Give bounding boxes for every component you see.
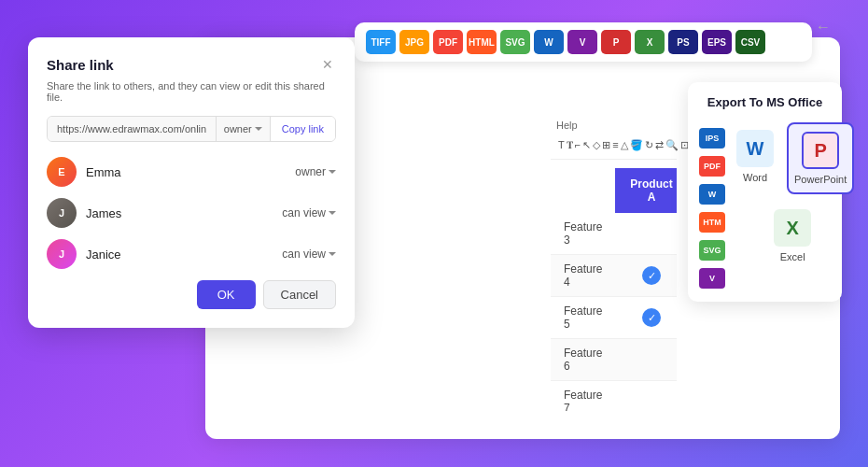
toolbar-fill-icon[interactable]: 🪣 [630,134,643,155]
format-vsd[interactable]: V [567,30,597,54]
word-icon: W [736,130,774,167]
user-name-janice: Janice [86,248,282,262]
user-role-james[interactable]: can view [282,206,336,219]
export-side-v[interactable]: V [699,268,725,289]
toolbar: T 𝐓 ⌐ ↖ ◇ ⊞ ≡ △ 🪣 ↻ ⇄ 🔍 ⊡ ✏ — 🔒 ⬜ ⊞ [551,131,677,160]
feature-cell [615,213,677,255]
user-name-emma: Emma [86,165,295,179]
format-pdf[interactable]: PDF [433,30,463,54]
format-eps[interactable]: EPS [702,30,732,54]
xls-label: Excel [780,251,805,262]
export-powerpoint[interactable]: P PowerPoint [787,122,854,194]
share-dialog-title: Share link [47,57,114,73]
format-word[interactable]: W [534,30,564,54]
ok-button[interactable]: OK [197,280,256,309]
format-ps[interactable]: PS [668,30,698,54]
user-name-james: James [86,206,282,220]
user-role-janice[interactable]: can view [282,248,336,261]
feature-name: Feature 4 [551,255,615,297]
export-left-icons: IPS PDF W HTM SVG V [699,122,725,289]
check-icon: ✓ [642,266,661,285]
export-layout: IPS PDF W HTM SVG V W Word P PowerPoint … [699,122,831,289]
avatar-janice: J [47,239,77,269]
feature-cell [615,381,677,412]
export-excel[interactable]: X Excel [768,202,817,270]
share-link-row: owner Copy link [47,116,336,142]
share-dialog-actions: OK Cancel [47,280,336,309]
format-svg[interactable]: SVG [500,30,530,54]
toolbar-flip-icon[interactable]: ⇄ [655,134,664,155]
toolbar-align-icon[interactable]: ≡ [612,134,618,155]
help-label: Help [556,120,578,131]
feature-name: Feature 3 [551,213,615,255]
role-chevron-icon [329,252,336,256]
format-ppt[interactable]: P [601,30,631,54]
copy-link-button[interactable]: Copy link [270,117,335,141]
toolbar-corner-icon[interactable]: ⌐ [575,134,581,155]
role-chevron-icon [255,127,262,131]
avatar-emma: E [47,157,77,187]
avatar-james: J [47,198,77,228]
toolbar-table-icon[interactable]: ⊞ [602,134,610,155]
xls-icon: X [774,209,811,247]
table-row: Feature 6✓ [551,339,677,381]
user-role-emma[interactable]: owner [295,165,336,178]
toolbar-rotate-icon[interactable]: ↻ [645,134,653,155]
feature-name: Feature 5 [551,297,615,339]
export-side-word[interactable]: W [699,184,725,205]
user-row-janice: J Janice can view [47,239,336,269]
format-csv[interactable]: CSV [735,30,765,54]
table-row: Feature 4✓✓✓ [551,255,677,297]
check-icon: ✓ [642,308,661,327]
toolbar-mountain-icon[interactable]: △ [621,134,628,155]
toolbar-zoom-icon[interactable]: 🔍 [665,134,679,155]
table-row: Feature 5✓✓✓ [551,297,677,339]
format-bar: TIFF JPG PDF HTML SVG W V P X PS EPS CSV [355,22,812,62]
feature-cell [615,339,677,381]
export-panel-title: Export To MS Office [699,95,831,109]
toolbar-font-icon[interactable]: 𝐓 [567,134,573,155]
ppt-icon: P [802,132,839,169]
role-chevron-icon [329,170,336,174]
share-dialog-header: Share link ✕ [47,56,336,73]
export-side-pdf[interactable]: PDF [699,156,725,177]
feature-name: Feature 7 [551,381,615,412]
export-word[interactable]: W Word [731,122,779,194]
format-tiff[interactable]: TIFF [366,30,396,54]
share-dialog-subtitle: Share the link to others, and they can v… [47,80,336,103]
role-chevron-icon [329,211,336,215]
feature-table: Product A Product B Product C Product D … [551,168,677,411]
share-link-input[interactable] [48,117,216,141]
export-side-html[interactable]: HTM [699,212,725,233]
export-panel: Export To MS Office IPS PDF W HTM SVG V … [688,82,842,302]
format-bar-container: TIFF JPG PDF HTML SVG W V P X PS EPS CSV… [355,22,812,62]
feature-name: Feature 6 [551,339,615,381]
user-row-emma: E Emma owner [47,157,336,187]
arrow-right-icon: ← [816,19,831,35]
feature-cell: ✓ [615,297,677,339]
toolbar-shape-icon[interactable]: ◇ [593,134,600,155]
col-header-a: Product A [615,168,677,213]
toolbar-text-icon[interactable]: T [558,134,565,155]
format-jpg[interactable]: JPG [399,30,429,54]
format-html[interactable]: HTML [467,30,497,54]
share-dialog: Share link ✕ Share the link to others, a… [28,37,355,328]
export-side-ips[interactable]: IPS [699,128,725,149]
close-icon[interactable]: ✕ [319,56,336,73]
export-side-svg[interactable]: SVG [699,240,725,261]
word-label: Word [743,172,767,183]
share-link-role[interactable]: owner [216,117,270,141]
toolbar-cursor-icon[interactable]: ↖ [582,134,591,155]
user-row-james: J James can view [47,198,336,228]
cancel-button[interactable]: Cancel [263,280,336,309]
table-row: Feature 3✓✓ [551,213,677,255]
format-xls[interactable]: X [635,30,665,54]
export-grid: W Word P PowerPoint X Excel [731,122,854,270]
table-container: Product A Product B Product C Product D … [551,168,677,411]
feature-cell: ✓ [615,255,677,297]
ppt-label: PowerPoint [794,174,847,185]
table-row: Feature 7✓ [551,381,677,412]
